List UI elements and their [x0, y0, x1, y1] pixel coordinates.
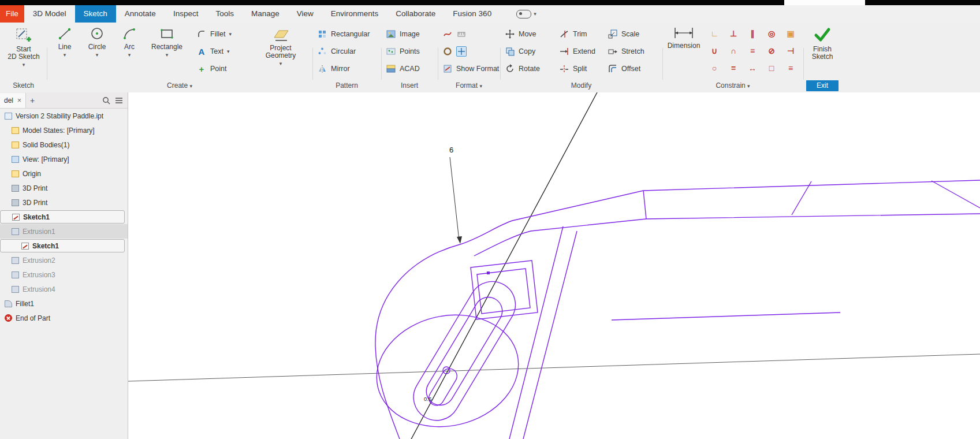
sketch-point-marker[interactable] — [487, 271, 490, 274]
insert-points-button[interactable]: Points — [386, 44, 420, 58]
tree-item-end-of-part[interactable]: End of Part — [0, 311, 128, 325]
search-icon[interactable] — [102, 96, 110, 105]
constraint-fix-icon[interactable]: ↔ — [744, 61, 761, 76]
tab-view[interactable]: View — [288, 5, 322, 23]
tree-item-solid-bodies[interactable]: Solid Bodies(1) — [0, 137, 128, 152]
constraint-symmetric-icon[interactable]: ⊘ — [763, 43, 780, 58]
text-button[interactable]: A Text ▾ — [196, 44, 229, 58]
construction-icon[interactable] — [442, 46, 453, 57]
tree-item-extrusion3[interactable]: Extrusion3 — [0, 267, 128, 282]
tree-item-sketch1-child[interactable]: Sketch1 — [0, 239, 125, 252]
split-button[interactable]: Split — [559, 62, 587, 76]
handle-bend-edge[interactable] — [643, 191, 646, 219]
circular-pattern-button[interactable]: Circular — [317, 44, 356, 58]
key-rectangle-inner[interactable] — [477, 269, 530, 314]
constraint-vertical-icon[interactable]: ⊣ — [782, 43, 799, 58]
line-button[interactable]: Line ▾ — [50, 25, 80, 59]
tree-item-3d-print-1[interactable]: 3D Print — [0, 181, 128, 195]
group-label-format[interactable]: Format ▾ — [438, 80, 500, 92]
handle-inner-edge[interactable] — [474, 214, 980, 256]
tab-file[interactable]: File — [0, 5, 24, 23]
sketch-geometry[interactable] — [366, 180, 980, 439]
tab-3d-model[interactable]: 3D Model — [24, 5, 75, 23]
show-format-button[interactable]: Show Format — [442, 62, 499, 76]
tab-collaborate[interactable]: Collaborate — [387, 5, 444, 23]
rectangle-button[interactable]: Rectangle ▾ — [147, 25, 187, 59]
slot-dimension-value[interactable]: 0.6 — [424, 396, 431, 402]
tree-item-extrusion1[interactable]: Extrusion1 — [0, 224, 128, 239]
group-label-constrain[interactable]: Constrain ▾ — [662, 80, 803, 92]
project-geometry-button[interactable]: Project Geometry ▾ — [252, 25, 310, 68]
sketch-viewport[interactable]: 6 0.6 — [128, 92, 980, 439]
constraint-perpendicular-icon[interactable]: ⊥ — [725, 26, 742, 41]
start-2d-sketch-button[interactable]: Start 2D Sketch ▾ — [3, 25, 44, 69]
constraint-lock-icon[interactable]: ▣ — [782, 26, 799, 41]
constraint-coincident-icon[interactable]: ∟ — [706, 26, 723, 41]
tree-item-sketch1-active[interactable]: Sketch1 — [0, 210, 125, 224]
constraint-horizontal-icon[interactable]: ○ — [706, 61, 723, 76]
center-point-marker[interactable] — [443, 367, 450, 374]
origin-axis-line[interactable] — [128, 354, 980, 381]
arc-button[interactable]: Arc ▾ — [114, 25, 144, 59]
browser-tab-model[interactable]: del × — [0, 93, 26, 108]
driven-dimension-icon[interactable] — [456, 29, 467, 39]
tab-annotate[interactable]: Annotate — [116, 5, 165, 23]
tree-item-origin[interactable]: Origin — [0, 166, 128, 181]
tree-item-extrusion2[interactable]: Extrusion2 — [0, 253, 128, 267]
constraint-equal-icon[interactable]: = — [725, 61, 742, 76]
scale-button[interactable]: Scale — [608, 27, 639, 41]
point-button[interactable]: + Point — [196, 62, 227, 76]
tab-tools[interactable]: Tools — [207, 5, 243, 23]
slot-outer[interactable] — [405, 273, 524, 429]
constraint-settings-icon[interactable]: ≡ — [782, 61, 799, 76]
boss-ellipse[interactable] — [366, 302, 530, 439]
tab-fusion-360[interactable]: Fusion 360 — [444, 5, 500, 23]
tab-environments[interactable]: Environments — [322, 5, 387, 23]
tab-manage[interactable]: Manage — [243, 5, 288, 23]
dimension-leader[interactable] — [450, 157, 459, 240]
stretch-button[interactable]: Stretch — [608, 44, 644, 58]
tree-item-model-states[interactable]: Model States: [Primary] — [0, 123, 128, 137]
dimension-button[interactable]: Dimension — [665, 25, 702, 50]
spline-format-icon[interactable] — [442, 29, 453, 39]
close-icon[interactable]: × — [17, 96, 21, 105]
constraint-smooth-icon[interactable]: ∩ — [725, 43, 742, 58]
circle-button[interactable]: Circle ▾ — [82, 25, 112, 59]
blade-right-edge-2[interactable] — [523, 231, 577, 439]
offset-button[interactable]: Offset — [608, 62, 640, 76]
dimension-value[interactable]: 6 — [449, 146, 453, 154]
constraint-collinear-icon[interactable]: ≡ — [744, 43, 761, 58]
handle-mid-line[interactable] — [612, 312, 840, 320]
show-constraints-icon[interactable]: □ — [763, 61, 780, 76]
tab-sketch[interactable]: Sketch — [75, 5, 116, 23]
constraint-concentric-icon[interactable]: ◎ — [763, 26, 780, 41]
sketch-canvas[interactable]: 6 0.6 — [128, 92, 980, 439]
fillet-button[interactable]: Fillet ▾ — [196, 27, 232, 41]
handle-hatch-line[interactable] — [792, 181, 811, 215]
mirror-button[interactable]: Mirror — [317, 62, 350, 76]
rectangular-pattern-button[interactable]: Rectangular — [317, 27, 370, 41]
browser-menu-icon[interactable] — [115, 97, 123, 104]
tree-item-3d-print-2[interactable]: 3D Print — [0, 195, 128, 210]
centerpoint-icon[interactable] — [456, 46, 467, 57]
copy-button[interactable]: Copy — [505, 44, 535, 58]
paddle-outline[interactable] — [375, 180, 980, 439]
handle-end-line[interactable] — [931, 181, 980, 208]
add-tab-button[interactable]: + — [26, 96, 39, 105]
extend-button[interactable]: Extend — [559, 44, 595, 58]
tree-item-fillet1[interactable]: Fillet1 — [0, 296, 128, 311]
constraint-parallel-icon[interactable]: ∥ — [744, 26, 761, 41]
group-label-create[interactable]: Create ▾ — [47, 80, 312, 92]
insert-acad-button[interactable]: ACAD — [386, 62, 420, 76]
exit-badge[interactable]: Exit — [806, 80, 839, 91]
constraint-tangent-icon[interactable]: ∪ — [706, 43, 723, 58]
slot-inner[interactable] — [421, 292, 507, 411]
move-button[interactable]: Move — [505, 27, 536, 41]
tree-item-extrusion4[interactable]: Extrusion4 — [0, 282, 128, 296]
tab-inspect[interactable]: Inspect — [165, 5, 207, 23]
insert-image-button[interactable]: Image — [386, 27, 420, 41]
tree-item-part[interactable]: Version 2 Stability Paddle.ipt — [0, 109, 128, 123]
trim-button[interactable]: Trim — [559, 27, 587, 41]
rotate-button[interactable]: Rotate — [505, 62, 540, 76]
blade-right-edge-1[interactable] — [509, 226, 563, 439]
